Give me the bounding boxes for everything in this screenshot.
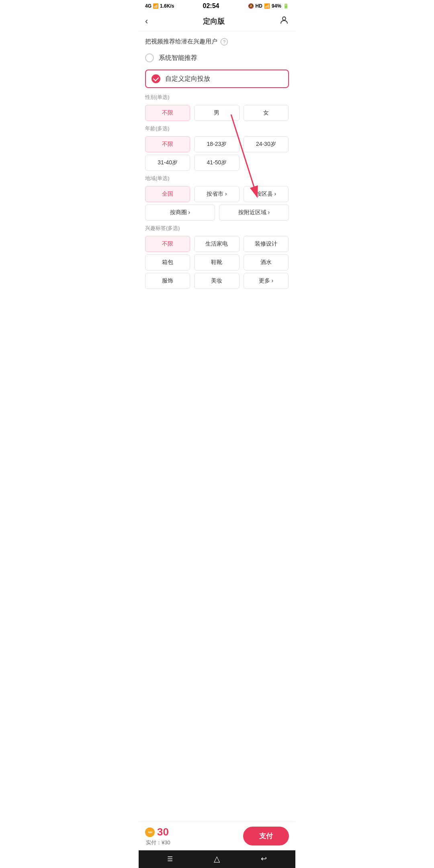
gender-btn-female[interactable]: 女: [244, 105, 289, 121]
region-btn-commerce[interactable]: 按商圈 ›: [145, 205, 215, 221]
interest-btn-more[interactable]: 更多 ›: [244, 273, 289, 289]
age-btn-18-23[interactable]: 18-23岁: [194, 136, 239, 152]
main-content: 把视频推荐给潜在兴趣用户 ? 系统智能推荐 自定义定向投放 性别(单选) 不限 …: [139, 31, 295, 328]
interest-btn-decoration[interactable]: 装修设计: [244, 236, 289, 252]
interest-buttons-row1: 不限 生活家电 装修设计: [145, 236, 289, 252]
battery-text: 94%: [272, 3, 281, 9]
interest-btn-unlimited[interactable]: 不限: [145, 236, 190, 252]
nav-bar: ‹ 定向版: [139, 11, 295, 31]
interest-section: 兴趣标签(多选) 不限 生活家电 装修设计 箱包 鞋靴 酒水 服饰 美妆 更多 …: [145, 225, 289, 289]
age-label: 年龄(多选): [145, 125, 289, 132]
time-display: 02:54: [203, 2, 219, 10]
interest-btn-luggage[interactable]: 箱包: [145, 254, 190, 270]
region-buttons-row2: 按商圈 › 按附近区域 ›: [145, 205, 289, 221]
system-label: 系统智能推荐: [159, 54, 197, 62]
notification-icon: 🔕: [248, 3, 254, 9]
status-left: 4G 📶 1.6K/s: [145, 3, 174, 9]
interest-buttons-row2: 箱包 鞋靴 酒水: [145, 254, 289, 270]
age-section: 年龄(多选) 不限 18-23岁 24-30岁 31-40岁 41-50岁: [145, 125, 289, 171]
age-btn-31-40[interactable]: 31-40岁: [145, 155, 190, 171]
system-option[interactable]: 系统智能推荐: [145, 52, 289, 64]
wifi-icon: 📶: [264, 3, 270, 9]
interest-buttons-row3: 服饰 美妆 更多 ›: [145, 273, 289, 289]
age-buttons: 不限 18-23岁 24-30岁: [145, 136, 289, 152]
interest-btn-drinks[interactable]: 酒水: [244, 254, 289, 270]
help-icon[interactable]: ?: [221, 38, 228, 45]
carrier-text: 4G: [145, 3, 151, 9]
region-btn-district[interactable]: 按区县 ›: [244, 186, 289, 202]
page-title: 定向版: [203, 16, 225, 26]
back-button[interactable]: ‹: [145, 16, 148, 27]
gender-btn-unlimited[interactable]: 不限: [145, 105, 190, 121]
interest-btn-appliance[interactable]: 生活家电: [194, 236, 239, 252]
custom-radio[interactable]: [151, 74, 160, 83]
system-radio[interactable]: [145, 53, 154, 62]
region-buttons-row1: 全国 按省市 › 按区县 ›: [145, 186, 289, 202]
interest-btn-makeup[interactable]: 美妆: [194, 273, 239, 289]
gender-label: 性别(单选): [145, 94, 289, 101]
custom-label: 自定义定向投放: [165, 75, 210, 83]
gender-btn-male[interactable]: 男: [194, 105, 239, 121]
status-bar: 4G 📶 1.6K/s 02:54 🔕 HD 📶 94% 🔋: [139, 0, 295, 11]
interest-btn-shoes[interactable]: 鞋靴: [194, 254, 239, 270]
gender-section: 性别(单选) 不限 男 女: [145, 94, 289, 121]
status-right: 🔕 HD 📶 94% 🔋: [248, 3, 289, 9]
profile-button[interactable]: [279, 15, 289, 27]
region-section: 地域(单选) 全国 按省市 › 按区县 › 按商圈 › 按附近区域 ›: [145, 175, 289, 221]
age-btn-24-30[interactable]: 24-30岁: [244, 136, 289, 152]
battery-icon: 🔋: [283, 3, 289, 9]
age-btn-unlimited[interactable]: 不限: [145, 136, 190, 152]
interest-label: 兴趣标签(多选): [145, 225, 289, 232]
signal-bars: 📶: [153, 3, 159, 9]
section-header: 把视频推荐给潜在兴趣用户 ?: [145, 38, 289, 45]
age-buttons-row2: 31-40岁 41-50岁: [145, 155, 289, 171]
interest-btn-clothing[interactable]: 服饰: [145, 273, 190, 289]
svg-point-0: [283, 17, 286, 20]
speed-text: 1.6K/s: [160, 3, 174, 9]
gender-buttons: 不限 男 女: [145, 105, 289, 121]
hd-badge: HD: [256, 3, 262, 9]
section-title: 把视频推荐给潜在兴趣用户: [145, 38, 217, 45]
custom-option-box[interactable]: 自定义定向投放: [145, 70, 289, 88]
region-btn-province[interactable]: 按省市 ›: [194, 186, 239, 202]
region-label: 地域(单选): [145, 175, 289, 182]
age-btn-41-50[interactable]: 41-50岁: [194, 155, 239, 171]
region-btn-nearby[interactable]: 按附近区域 ›: [219, 205, 289, 221]
region-btn-nationwide[interactable]: 全国: [145, 186, 190, 202]
